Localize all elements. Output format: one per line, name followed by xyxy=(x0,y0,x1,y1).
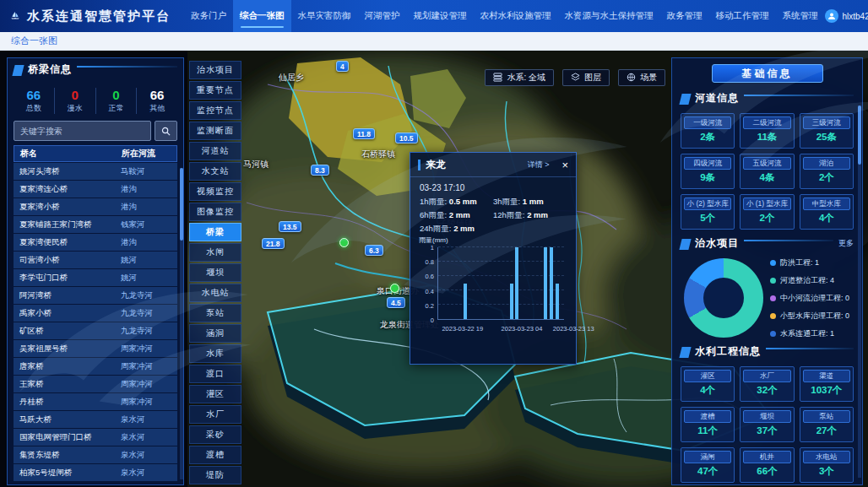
nav-tab-3[interactable]: 水旱灾害防御 xyxy=(291,0,358,32)
close-icon[interactable]: × xyxy=(561,160,568,170)
panel-scrollbar[interactable] xyxy=(858,106,861,478)
works-cell-2[interactable]: 水厂32个 xyxy=(740,366,794,402)
river-cell-3[interactable]: 三级河流25条 xyxy=(800,113,854,149)
water-level-marker[interactable]: 13.5 xyxy=(279,221,301,232)
water-level-marker[interactable]: 4.5 xyxy=(387,297,405,308)
river-cell-7[interactable]: 小 (2) 型水库5个 xyxy=(681,194,735,230)
breadcrumb[interactable]: 综合一张图 xyxy=(0,32,868,51)
table-row[interactable]: 柏家5号堤闸桥泉水河 xyxy=(14,464,177,481)
layer-item-17[interactable]: 灌区 xyxy=(189,385,241,403)
table-row[interactable]: 吴家祖屋号桥周家冲河 xyxy=(14,340,177,357)
bridge-stat-3: 0正常 xyxy=(96,88,138,114)
works-cell-5[interactable]: 堰坝37个 xyxy=(740,407,794,442)
river-value: 2条 xyxy=(684,129,731,145)
bridge-stat-1: 66总数 xyxy=(14,88,55,114)
water-level-marker[interactable]: 11.8 xyxy=(353,128,375,139)
table-row[interactable]: 矿区桥九龙寺河 xyxy=(14,322,177,339)
station-marker[interactable] xyxy=(390,284,399,293)
table-row[interactable]: 夏家铺路王家门湾桥钱家河 xyxy=(14,216,177,233)
works-cell-1[interactable]: 灌区4个 xyxy=(681,366,735,402)
table-row[interactable]: 李学屯门口桥姚河 xyxy=(14,269,177,286)
river-cell-8[interactable]: 小 (1) 型水库2个 xyxy=(740,194,794,230)
station-popup: 来龙 详情 > × 03-23 17:10 1h雨量: 0.5 mm3h雨量: … xyxy=(410,152,577,365)
basic-info-badge[interactable]: 基础信息 xyxy=(712,64,823,83)
works-cell-3[interactable]: 渠道1037个 xyxy=(800,366,854,402)
water-level-marker[interactable]: 4 xyxy=(336,61,349,72)
table-row[interactable]: 丹桂桥周家冲河 xyxy=(14,393,177,410)
table-scrollbar[interactable] xyxy=(180,168,183,479)
layer-item-18[interactable]: 水厂 xyxy=(189,405,241,424)
layer-item-15[interactable]: 水库 xyxy=(189,344,241,363)
more-link[interactable]: 更多 xyxy=(838,238,854,249)
search-button[interactable] xyxy=(155,121,177,141)
layer-item-3[interactable]: 监控节点 xyxy=(189,101,241,120)
layer-item-7[interactable]: 视频监控 xyxy=(189,182,241,201)
layer-item-1[interactable]: 治水项目 xyxy=(189,61,241,79)
table-row[interactable]: 司营湾小桥姚河 xyxy=(14,252,177,268)
nav-tab-2[interactable]: 综合一张图 xyxy=(233,0,291,32)
works-cell-6[interactable]: 泵站27个 xyxy=(800,407,854,442)
table-row[interactable]: 禹家小桥九龙寺河 xyxy=(14,305,177,322)
layer-item-4[interactable]: 监测断面 xyxy=(189,122,241,140)
water-level-marker[interactable]: 21.8 xyxy=(262,238,285,249)
nav-tab-8[interactable]: 政务管理 xyxy=(660,0,709,32)
water-level-marker[interactable]: 6.3 xyxy=(365,245,383,256)
table-row[interactable]: 夏家湾小桥港沟 xyxy=(14,198,177,215)
river-cell-2[interactable]: 二级河流11条 xyxy=(740,113,794,149)
table-row[interactable]: 姚河头湾桥马鞍河 xyxy=(14,163,177,180)
nav-tab-4[interactable]: 河湖管护 xyxy=(358,0,407,32)
layer-item-5[interactable]: 河道站 xyxy=(189,142,241,160)
layer-item-14[interactable]: 涵洞 xyxy=(189,324,241,343)
layer-item-6[interactable]: 水文站 xyxy=(189,162,241,181)
river-value: 9条 xyxy=(684,170,731,186)
river-cell-1[interactable]: 一级河流2条 xyxy=(681,113,735,149)
works-cell-4[interactable]: 渡槽11个 xyxy=(681,407,735,442)
table-row[interactable]: 马跃大桥泉水河 xyxy=(14,411,177,428)
bridge-stats: 66总数0漫水0正常66其他 xyxy=(14,83,177,118)
popup-timestamp: 03-23 17:10 xyxy=(410,177,576,195)
layer-item-16[interactable]: 渡口 xyxy=(189,365,241,383)
project-donut-chart: 防洪工程: 1河道整治工程: 4中小河流治理工程: 0小型水库治理工程: 0水系… xyxy=(681,257,854,339)
layer-item-13[interactable]: 泵站 xyxy=(189,304,241,322)
works-cell-8[interactable]: 机井66个 xyxy=(740,447,794,483)
nav-tab-10[interactable]: 系统管理 xyxy=(776,0,825,32)
layer-item-21[interactable]: 堤防 xyxy=(189,466,241,484)
table-row[interactable]: 国家电网管理门口桥泉水河 xyxy=(14,429,177,446)
river-cell-6[interactable]: 湖泊2个 xyxy=(800,154,854,189)
table-row[interactable]: 阿河湾桥九龙寺河 xyxy=(14,287,177,304)
layer-item-11[interactable]: 堰坝 xyxy=(189,263,241,282)
nav-tab-5[interactable]: 规划建设管理 xyxy=(407,0,474,32)
legend-dot xyxy=(770,295,776,301)
table-row[interactable]: 夏家湾连心桥港沟 xyxy=(14,181,177,198)
works-cell-9[interactable]: 水电站3个 xyxy=(800,447,854,483)
river-cell-9[interactable]: 中型水库4个 xyxy=(800,194,854,230)
water-level-marker[interactable]: 10.5 xyxy=(395,133,418,143)
table-row[interactable]: 夏家湾便民桥港沟 xyxy=(14,234,177,251)
user-menu[interactable]: hlxtb42080261 ▾ xyxy=(825,9,868,23)
nav-tab-9[interactable]: 移动工作管理 xyxy=(709,0,776,32)
table-row[interactable]: 集贤东堤桥泉水河 xyxy=(14,446,177,463)
nav-tab-6[interactable]: 农村水利设施管理 xyxy=(474,0,558,32)
water-level-marker[interactable]: 8.3 xyxy=(311,165,329,176)
search-input[interactable] xyxy=(14,121,151,141)
popup-detail-link[interactable]: 详情 > xyxy=(528,160,550,170)
map-control-1[interactable]: 水系: 全域 xyxy=(485,69,554,86)
nav-tab-1[interactable]: 政务门户 xyxy=(184,0,233,32)
river-cell-5[interactable]: 五级河流4条 xyxy=(740,154,794,189)
map-control-2[interactable]: 图层 xyxy=(562,69,610,86)
layer-item-20[interactable]: 渡槽 xyxy=(189,446,241,464)
works-cell-7[interactable]: 涵闸47个 xyxy=(681,447,735,483)
layer-item-2[interactable]: 重要节点 xyxy=(189,81,241,100)
works-label: 渠道 xyxy=(803,370,850,382)
layer-item-10[interactable]: 水闸 xyxy=(189,243,241,262)
map-control-3[interactable]: 场景 xyxy=(618,69,665,86)
river-cell-4[interactable]: 四级河流9条 xyxy=(681,154,735,189)
layer-item-9[interactable]: 桥梁 xyxy=(189,223,241,241)
station-marker[interactable] xyxy=(339,238,349,247)
layer-item-12[interactable]: 水电站 xyxy=(189,284,241,302)
nav-tab-7[interactable]: 水资源与水土保持管理 xyxy=(558,0,660,32)
table-row[interactable]: 唐家桥周家冲河 xyxy=(14,358,177,375)
layer-item-8[interactable]: 图像监控 xyxy=(189,203,241,221)
table-row[interactable]: 王家桥周家冲河 xyxy=(14,376,177,392)
layer-item-19[interactable]: 采砂 xyxy=(189,425,241,444)
